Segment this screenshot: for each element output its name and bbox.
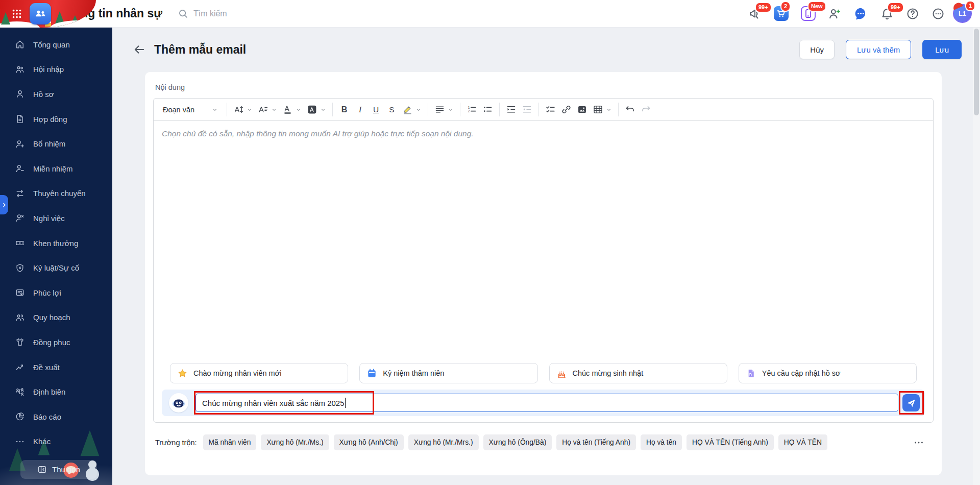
- back-arrow-icon[interactable]: [133, 43, 146, 56]
- font-size-button[interactable]: [231, 102, 255, 118]
- sidebar-item[interactable]: Khác: [0, 429, 112, 454]
- save-and-add-button[interactable]: Lưu và thêm: [846, 40, 911, 59]
- merge-fields-label: Trường trộn:: [155, 439, 197, 447]
- topic-suggestion-chip[interactable]: Kỷ niệm thâm niên: [359, 363, 537, 383]
- undo-button[interactable]: [622, 102, 638, 118]
- ordered-list-icon: 12: [467, 104, 477, 115]
- redo-button[interactable]: [638, 102, 654, 118]
- text-color-button[interactable]: [280, 102, 304, 118]
- highlight-button[interactable]: [400, 102, 424, 118]
- user-avatar[interactable]: L1 1: [953, 4, 972, 23]
- search-input[interactable]: [193, 9, 306, 18]
- notification-badge: 2: [780, 1, 791, 12]
- sidebar-item[interactable]: Thuyên chuyển: [0, 181, 112, 206]
- editor-content-area[interactable]: Chọn chủ đề có sẵn, nhập thông tin mong …: [154, 121, 933, 363]
- sidebar-collapse-button[interactable]: Thu gọn: [20, 460, 97, 479]
- app-logo-icon[interactable]: [30, 3, 51, 25]
- topic-suggestion-chip[interactable]: Chào mừng nhân viên mới: [170, 363, 348, 383]
- sidebar-item[interactable]: Tổng quan: [0, 32, 112, 57]
- merge-field-chip[interactable]: Xưng hô (Anh/Chị): [334, 434, 404, 450]
- search-icon: [178, 8, 188, 19]
- header-icon[interactable]: 99+: [880, 7, 894, 20]
- chat-icon: [853, 6, 868, 21]
- header-icon[interactable]: [906, 7, 919, 20]
- save-button[interactable]: Lưu: [922, 40, 962, 59]
- toolbar-divider: [499, 103, 500, 116]
- more-fields-button[interactable]: [913, 437, 924, 448]
- paragraph-style-select[interactable]: Đoạn văn: [158, 102, 223, 118]
- header-icon[interactable]: 2: [774, 6, 789, 21]
- bold-button[interactable]: B: [336, 102, 352, 118]
- sidebar-item[interactable]: Hợp đồng: [0, 107, 112, 132]
- merge-field-chip[interactable]: Xưng hô (Mr./Ms.): [261, 434, 329, 450]
- merge-fields-chips: Mã nhân viên Xưng hô (Mr./Ms.) Xưng hô (…: [203, 434, 827, 450]
- header-icon[interactable]: 99+: [748, 7, 762, 20]
- merge-field-chip[interactable]: HỌ VÀ TÊN (Tiếng Anh): [687, 434, 774, 450]
- topic-suggestion-chip[interactable]: Yêu cầu cập nhật hồ sơ: [739, 363, 917, 383]
- sidebar-item[interactable]: Đồng phục: [0, 330, 112, 355]
- cake-icon: [556, 368, 567, 379]
- sidebar-item[interactable]: Định biên: [0, 379, 112, 404]
- merge-field-chip[interactable]: Họ và tên: [641, 434, 682, 450]
- sidebar-nav: Tổng quan Hội nhập Hồ sơ Hợp đồng Bổ nhi…: [0, 28, 112, 454]
- bullet-list-button[interactable]: [480, 102, 496, 118]
- align-button[interactable]: [432, 102, 456, 118]
- sidebar-item[interactable]: Bổ nhiệm: [0, 131, 112, 156]
- undo-icon: [625, 104, 635, 115]
- merge-field-chip[interactable]: Mã nhân viên: [203, 434, 257, 450]
- sidebar-item-label: Báo cáo: [33, 413, 61, 421]
- line-spacing-button[interactable]: [255, 102, 280, 118]
- sidebar-item-label: Thuyên chuyển: [33, 189, 86, 198]
- discipline-icon: [15, 263, 25, 273]
- sidebar-item[interactable]: Phúc lợi: [0, 280, 112, 305]
- topic-suggestion-chip[interactable]: Chúc mừng sinh nhật: [549, 363, 727, 383]
- header-icon[interactable]: [932, 7, 945, 20]
- toolbar-divider: [428, 103, 428, 116]
- collapse-label: Thu gọn: [52, 465, 80, 474]
- send-button[interactable]: [902, 394, 920, 411]
- merge-field-chip[interactable]: HỌ VÀ TÊN: [778, 434, 827, 450]
- transfer-icon: [15, 188, 25, 199]
- image-button[interactable]: [574, 102, 590, 118]
- chevron-right-icon: [2, 202, 7, 208]
- sidebar-item[interactable]: Hồ sơ: [0, 82, 112, 107]
- checklist-icon: [545, 104, 556, 115]
- sidebar-item[interactable]: Hội nhập: [0, 57, 112, 82]
- svg-text:2: 2: [468, 109, 470, 113]
- sidebar-item[interactable]: Khen thưởng: [0, 231, 112, 256]
- redo-icon: [641, 104, 651, 115]
- vertical-scrollbar[interactable]: [973, 28, 980, 485]
- ai-prompt-text: Chúc mừng nhân viên xuất sắc năm 2025: [202, 399, 345, 407]
- sidebar-item[interactable]: Miễn nhiệm: [0, 156, 112, 181]
- notification-badge: New: [807, 1, 826, 12]
- cancel-button[interactable]: Hủy: [799, 40, 835, 59]
- table-button[interactable]: [590, 102, 615, 118]
- merge-field-chip[interactable]: Xưng hô (Mr./Mrs.): [408, 434, 479, 450]
- indent-button[interactable]: [503, 102, 519, 118]
- ordered-list-button[interactable]: 12: [464, 102, 480, 118]
- link-button[interactable]: [558, 102, 574, 118]
- checklist-button[interactable]: [543, 102, 558, 118]
- underline-button[interactable]: U: [368, 102, 384, 118]
- sidebar-item[interactable]: Quy hoạch: [0, 305, 112, 330]
- outdent-button[interactable]: [519, 102, 535, 118]
- app-launcher-grid-icon[interactable]: [11, 8, 22, 19]
- italic-button[interactable]: I: [352, 102, 368, 118]
- sidebar-item[interactable]: Kỷ luật/Sự cố: [0, 255, 112, 280]
- strikethrough-button[interactable]: S: [384, 102, 400, 118]
- merge-field-chip[interactable]: Họ và tên (Tiếng Anh): [556, 434, 636, 450]
- global-search[interactable]: [178, 8, 306, 19]
- header-icon[interactable]: [853, 6, 868, 21]
- header-icon[interactable]: [828, 7, 841, 20]
- sidebar-item[interactable]: Nghỉ việc: [0, 206, 112, 231]
- sidebar-item[interactable]: Đề xuất: [0, 355, 112, 380]
- sidebar-item-label: Tổng quan: [33, 40, 70, 49]
- sidebar-item[interactable]: Báo cáo: [0, 404, 112, 429]
- header-icon[interactable]: New: [801, 6, 816, 21]
- merge-field-chip[interactable]: Xưng hô (Ông/Bà): [483, 434, 552, 450]
- panel-expand-tab[interactable]: [0, 195, 8, 214]
- ai-prompt-input[interactable]: Chúc mừng nhân viên xuất sắc năm 2025: [195, 394, 898, 412]
- background-color-button[interactable]: [304, 102, 329, 118]
- christmas-tree-decoration: [1, 12, 10, 25]
- scrollbar-thumb[interactable]: [974, 29, 979, 115]
